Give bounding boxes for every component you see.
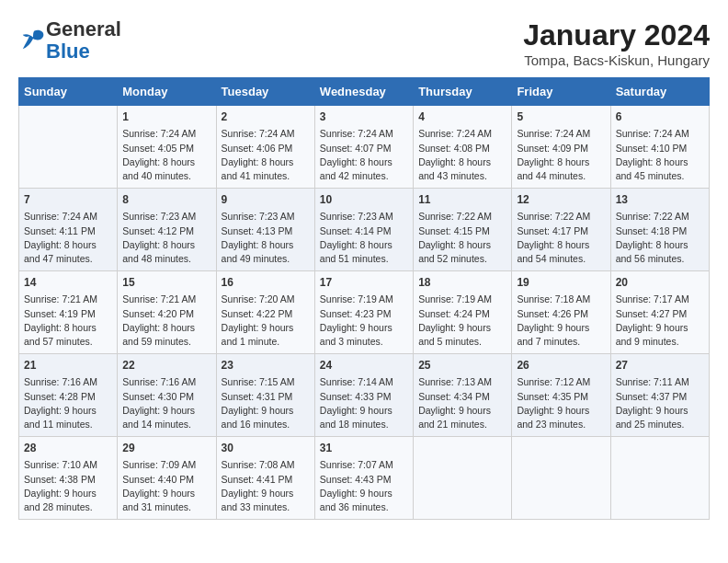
cell-line: Daylight: 8 hours: [222, 239, 294, 250]
cell-line: and 1 minute.: [222, 336, 280, 347]
logo-text: General Blue: [46, 18, 121, 63]
cell-line: Sunset: 4:33 PM: [320, 391, 392, 402]
cell-line: and 52 minutes.: [418, 253, 487, 264]
day-number: 21: [24, 358, 112, 373]
cell-line: Daylight: 9 hours: [517, 322, 589, 333]
column-header-monday: Monday: [118, 78, 216, 106]
cell-content: Sunrise: 7:12 AMSunset: 4:35 PMDaylight:…: [517, 375, 605, 431]
calendar-table: SundayMondayTuesdayWednesdayThursdayFrid…: [18, 77, 710, 520]
page-subtitle: Tompa, Bacs-Kiskun, Hungary: [523, 52, 710, 68]
day-number: 17: [320, 275, 408, 291]
cell-line: and 23 minutes.: [517, 419, 586, 430]
cell-line: and 33 minutes.: [222, 501, 290, 512]
cell-line: Sunset: 4:09 PM: [517, 143, 588, 154]
cell-content: Sunrise: 7:22 AMSunset: 4:18 PMDaylight:…: [616, 210, 704, 266]
calendar-cell: [512, 437, 610, 520]
cell-line: Daylight: 9 hours: [222, 405, 294, 416]
cell-line: and 43 minutes.: [418, 170, 487, 181]
cell-line: Daylight: 9 hours: [320, 488, 392, 499]
cell-line: Sunset: 4:18 PM: [616, 225, 688, 236]
day-number: 24: [320, 358, 408, 373]
cell-line: Sunset: 4:17 PM: [517, 225, 588, 236]
calendar-cell: 26Sunrise: 7:12 AMSunset: 4:35 PMDayligh…: [512, 354, 610, 437]
calendar-cell: 10Sunrise: 7:23 AMSunset: 4:14 PMDayligh…: [314, 189, 413, 271]
cell-content: Sunrise: 7:23 AMSunset: 4:12 PMDaylight:…: [122, 210, 210, 266]
cell-line: Sunset: 4:22 PM: [222, 308, 293, 319]
cell-content: Sunrise: 7:24 AMSunset: 4:07 PMDaylight:…: [320, 127, 408, 183]
cell-line: Sunset: 4:23 PM: [320, 308, 392, 319]
cell-line: and 51 minutes.: [320, 253, 389, 264]
cell-line: and 40 minutes.: [122, 170, 191, 181]
logo-icon: [20, 26, 46, 52]
cell-line: Daylight: 8 hours: [24, 322, 97, 333]
cell-line: Sunrise: 7:23 AM: [122, 211, 196, 222]
cell-line: Sunrise: 7:21 AM: [122, 293, 196, 304]
cell-line: Sunset: 4:41 PM: [222, 474, 293, 485]
cell-content: Sunrise: 7:22 AMSunset: 4:15 PMDaylight:…: [418, 210, 506, 266]
cell-line: Daylight: 8 hours: [122, 156, 195, 167]
day-number: 1: [122, 109, 210, 125]
cell-line: and 57 minutes.: [24, 336, 93, 347]
cell-line: Daylight: 8 hours: [122, 322, 195, 333]
cell-content: Sunrise: 7:14 AMSunset: 4:33 PMDaylight:…: [320, 375, 408, 431]
cell-line: and 56 minutes.: [616, 253, 685, 264]
week-row-2: 7Sunrise: 7:24 AMSunset: 4:11 PMDaylight…: [19, 189, 710, 271]
cell-line: Daylight: 9 hours: [222, 488, 294, 499]
day-number: 27: [616, 358, 704, 373]
day-number: 3: [320, 109, 408, 125]
cell-content: Sunrise: 7:21 AMSunset: 4:20 PMDaylight:…: [122, 293, 210, 349]
cell-line: Sunset: 4:14 PM: [320, 225, 392, 236]
week-row-4: 21Sunrise: 7:16 AMSunset: 4:28 PMDayligh…: [19, 354, 710, 437]
cell-line: and 36 minutes.: [320, 501, 389, 512]
cell-content: Sunrise: 7:19 AMSunset: 4:23 PMDaylight:…: [320, 293, 408, 349]
calendar-cell: 25Sunrise: 7:13 AMSunset: 4:34 PMDayligh…: [414, 354, 512, 437]
cell-line: Daylight: 9 hours: [222, 322, 294, 333]
cell-line: and 11 minutes.: [24, 419, 93, 430]
cell-line: Sunrise: 7:21 AM: [24, 293, 97, 304]
cell-content: Sunrise: 7:24 AMSunset: 4:09 PMDaylight:…: [517, 127, 605, 183]
day-number: 20: [616, 275, 704, 291]
calendar-cell: [414, 437, 512, 520]
cell-line: Sunset: 4:05 PM: [122, 143, 194, 154]
cell-line: Sunrise: 7:23 AM: [320, 211, 393, 222]
cell-line: and 3 minutes.: [320, 336, 383, 347]
cell-line: Daylight: 9 hours: [122, 488, 195, 499]
cell-line: and 7 minutes.: [517, 336, 580, 347]
cell-content: Sunrise: 7:22 AMSunset: 4:17 PMDaylight:…: [517, 210, 605, 266]
calendar-cell: 17Sunrise: 7:19 AMSunset: 4:23 PMDayligh…: [314, 271, 413, 354]
cell-line: Sunrise: 7:24 AM: [122, 128, 196, 139]
page-title: January 2024: [523, 18, 710, 52]
cell-content: Sunrise: 7:16 AMSunset: 4:30 PMDaylight:…: [122, 375, 210, 431]
cell-line: and 45 minutes.: [616, 170, 685, 181]
day-number: 11: [418, 192, 506, 208]
cell-line: Sunrise: 7:19 AM: [418, 293, 492, 304]
day-number: 4: [418, 109, 506, 125]
calendar-header-row: SundayMondayTuesdayWednesdayThursdayFrid…: [19, 78, 710, 106]
cell-line: Sunrise: 7:24 AM: [222, 128, 295, 139]
week-row-1: 1Sunrise: 7:24 AMSunset: 4:05 PMDaylight…: [19, 106, 710, 189]
cell-line: and 21 minutes.: [418, 419, 487, 430]
week-row-3: 14Sunrise: 7:21 AMSunset: 4:19 PMDayligh…: [19, 271, 710, 354]
cell-line: and 28 minutes.: [24, 501, 93, 512]
cell-line: Sunrise: 7:19 AM: [320, 293, 393, 304]
cell-content: Sunrise: 7:17 AMSunset: 4:27 PMDaylight:…: [616, 293, 704, 349]
cell-line: Sunrise: 7:07 AM: [320, 459, 393, 470]
cell-content: Sunrise: 7:21 AMSunset: 4:19 PMDaylight:…: [24, 293, 112, 349]
cell-line: Sunrise: 7:20 AM: [222, 293, 295, 304]
cell-line: Daylight: 8 hours: [616, 239, 688, 250]
title-area: January 2024 Tompa, Bacs-Kiskun, Hungary: [523, 18, 710, 68]
cell-line: Sunset: 4:12 PM: [122, 225, 194, 236]
cell-line: Sunrise: 7:22 AM: [616, 211, 689, 222]
day-number: 6: [616, 109, 704, 125]
cell-line: Sunset: 4:13 PM: [222, 225, 293, 236]
column-header-tuesday: Tuesday: [216, 78, 314, 106]
calendar-cell: 27Sunrise: 7:11 AMSunset: 4:37 PMDayligh…: [610, 354, 709, 437]
cell-line: Daylight: 9 hours: [616, 322, 688, 333]
cell-line: Daylight: 8 hours: [517, 156, 589, 167]
cell-line: Sunrise: 7:17 AM: [616, 293, 689, 304]
day-number: 25: [418, 358, 506, 373]
cell-line: and 54 minutes.: [517, 253, 586, 264]
calendar-cell: 6Sunrise: 7:24 AMSunset: 4:10 PMDaylight…: [610, 106, 709, 189]
calendar-cell: 12Sunrise: 7:22 AMSunset: 4:17 PMDayligh…: [512, 189, 610, 271]
cell-content: Sunrise: 7:07 AMSunset: 4:43 PMDaylight:…: [320, 458, 408, 514]
